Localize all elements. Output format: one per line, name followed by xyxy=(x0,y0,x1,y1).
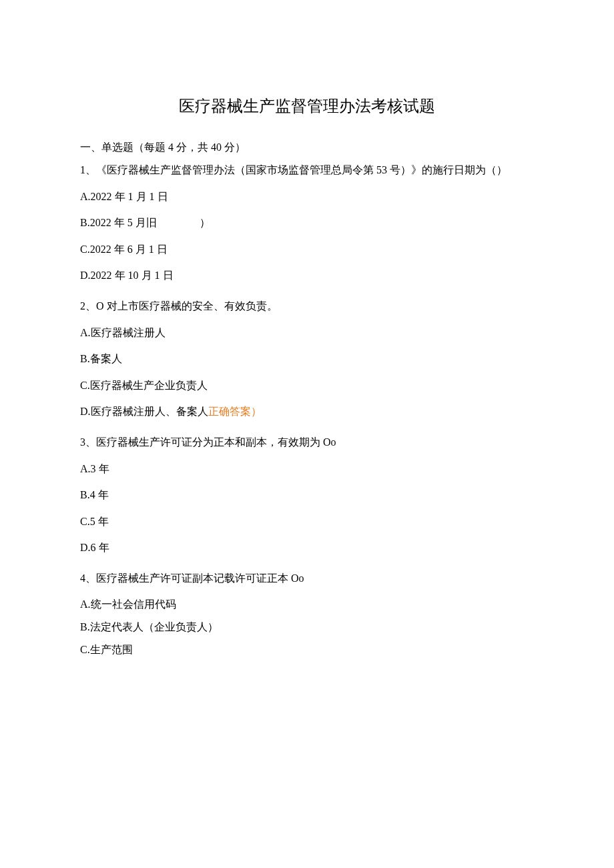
question-1-text: 1、《医疗器械生产监督管理办法（国家市场监督管理总局令第 53 号）》的施行日期… xyxy=(80,161,534,179)
question-2-option-a: A.医疗器械注册人 xyxy=(80,324,534,342)
question-2: 2、O 对上市医疗器械的安全、有效负责。 A.医疗器械注册人 B.备案人 C.医… xyxy=(80,298,534,420)
question-2-option-d-prefix: D.医疗器械注册人、备案人 xyxy=(80,406,208,417)
question-2-text: 2、O 对上市医疗器械的安全、有效负责。 xyxy=(80,298,534,315)
question-1-option-d: D.2022 年 10 月 1 日 xyxy=(80,267,534,284)
question-1-option-a: A.2022 年 1 月 1 日 xyxy=(80,188,534,205)
question-1-option-b-prefix: B.2022 年 5 月旧 xyxy=(80,217,157,228)
question-4-option-a: A.统一社会信用代码 xyxy=(80,596,534,613)
question-1-option-c: C.2022 年 6 月 1 日 xyxy=(80,241,534,258)
section-header: 一、单选题（每题 4 分，共 40 分） xyxy=(80,139,534,156)
question-3-option-d: D.6 年 xyxy=(80,539,534,556)
page-title: 医疗器械生产监督管理办法考核试题 xyxy=(80,93,534,119)
question-3-option-a: A.3 年 xyxy=(80,460,534,478)
correct-answer-label: 正确答案） xyxy=(208,406,262,417)
question-4: 4、医疗器械生产许可证副本记载许可证正本 Oo A.统一社会信用代码 B.法定代… xyxy=(80,570,534,658)
question-4-option-c: C.生产范围 xyxy=(80,641,534,659)
question-4-text: 4、医疗器械生产许可证副本记载许可证正本 Oo xyxy=(80,570,534,587)
question-1: 1、《医疗器械生产监督管理办法（国家市场监督管理总局令第 53 号）》的施行日期… xyxy=(80,161,534,284)
question-2-option-d: D.医疗器械注册人、备案人正确答案） xyxy=(80,403,534,420)
question-3-text: 3、医疗器械生产许可证分为正本和副本，有效期为 Oo xyxy=(80,434,534,451)
question-2-option-b: B.备案人 xyxy=(80,350,534,368)
question-3: 3、医疗器械生产许可证分为正本和副本，有效期为 Oo A.3 年 B.4 年 C… xyxy=(80,434,534,556)
question-2-option-c: C.医疗器械生产企业负责人 xyxy=(80,377,534,394)
question-1-option-b-suffix: ） xyxy=(200,214,210,232)
question-1-option-b: B.2022 年 5 月旧 ） xyxy=(80,214,534,232)
question-4-option-b: B.法定代表人（企业负责人） xyxy=(80,618,534,636)
question-3-option-b: B.4 年 xyxy=(80,486,534,504)
question-3-option-c: C.5 年 xyxy=(80,513,534,530)
